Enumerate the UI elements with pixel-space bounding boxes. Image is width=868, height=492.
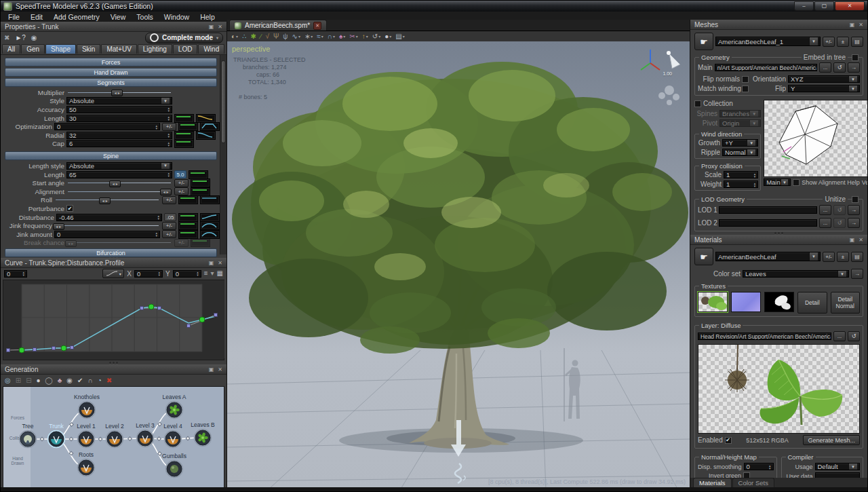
jink-amount-spinner[interactable]: 0▴▾ bbox=[54, 231, 160, 238]
float-panel-icon[interactable]: ▣ bbox=[850, 237, 855, 243]
roll-variance-button[interactable] bbox=[178, 195, 198, 204]
jink-amount-pm-button[interactable]: +/- bbox=[162, 230, 176, 238]
mesh-preview[interactable] bbox=[764, 100, 868, 177]
proxy-weight-spinner[interactable]: 1▴▾ bbox=[724, 181, 758, 188]
mesh-copy-button[interactable]: ▤ bbox=[851, 37, 863, 47]
close-panel-icon[interactable]: ✕ bbox=[859, 22, 863, 28]
growth-dropdown[interactable]: +Y▼ bbox=[722, 139, 758, 147]
menu-tools[interactable]: Tools bbox=[132, 13, 158, 21]
menu-window[interactable]: Window bbox=[159, 13, 194, 21]
trunk-tool-icon[interactable]: ψ bbox=[283, 33, 288, 40]
unitize-checkbox[interactable] bbox=[852, 196, 859, 203]
curve-handle[interactable] bbox=[71, 346, 74, 349]
section-segments[interactable]: Segments bbox=[5, 78, 217, 87]
float-panel-icon[interactable]: ▣ bbox=[209, 366, 214, 373]
spine-length-spinner[interactable]: 65▴▾ bbox=[66, 171, 172, 178]
lod1-reload-button[interactable]: ↺ bbox=[833, 205, 846, 215]
lod2-locate-button[interactable]: → bbox=[848, 218, 860, 228]
generate-mesh-button[interactable]: Generate Mesh... bbox=[803, 435, 860, 445]
curve-panel-header[interactable]: Curve - Trunk.Spine:Disturbance.Profile … bbox=[1, 258, 226, 268]
properties-scrollbar[interactable] bbox=[220, 55, 226, 254]
material-add-button[interactable]: ± bbox=[837, 252, 849, 262]
show-nodes-icon[interactable]: ∴ bbox=[242, 33, 246, 40]
footer-tab-color-sets[interactable]: Color Sets bbox=[732, 478, 774, 487]
jink-amount-profile-button[interactable] bbox=[200, 230, 220, 239]
alignment-pm-button[interactable]: +/- bbox=[174, 187, 189, 195]
break-chance-slider[interactable]: ◄► bbox=[66, 239, 172, 246]
disturbance-spinner[interactable]: -0.46▴▾ bbox=[56, 214, 162, 221]
focus-icon[interactable]: ◎ bbox=[5, 377, 11, 384]
diffuse-browse-button[interactable]: ... bbox=[833, 331, 846, 341]
remove-generator-icon[interactable]: ⊟ bbox=[26, 377, 31, 384]
jink-frequency-profile-button[interactable] bbox=[200, 221, 220, 230]
show-alignment-checkbox[interactable] bbox=[793, 179, 800, 186]
optimization-spinner[interactable]: 0▴▾ bbox=[54, 123, 160, 130]
detail-texture-button[interactable]: Detail bbox=[797, 292, 827, 314]
gravity-tool-icon[interactable]: ↑▾ bbox=[362, 33, 368, 40]
radial-variance-button[interactable] bbox=[174, 131, 194, 140]
curve-type-button[interactable]: ▾ bbox=[102, 269, 124, 278]
proxy-scale-spinner[interactable]: 1▴▾ bbox=[724, 171, 758, 178]
enabled-checkbox[interactable]: ✔ bbox=[725, 437, 732, 444]
normal-texture-thumb[interactable] bbox=[731, 292, 761, 312]
spine-tool-icon[interactable]: ∿▾ bbox=[292, 33, 300, 40]
start-angle-pm-button[interactable]: +/- bbox=[174, 179, 189, 187]
gen-node-leavesA[interactable]: Leaves A bbox=[163, 394, 186, 419]
embed-in-tree-checkbox[interactable] bbox=[852, 54, 859, 61]
tab-lighting[interactable]: Lighting bbox=[138, 44, 172, 54]
main-browse-button[interactable]: ... bbox=[819, 62, 831, 73]
mesh-selector-dropdown[interactable]: AmericanBeechLeaf_1▼ bbox=[715, 37, 821, 46]
gen-node-level3[interactable]: Level 3 bbox=[136, 422, 155, 447]
curve-anchor-point[interactable] bbox=[199, 317, 205, 322]
opacity-texture-thumb[interactable] bbox=[764, 292, 794, 312]
check-icon[interactable]: ✔ bbox=[77, 377, 83, 384]
lod1-browse-button[interactable]: ... bbox=[819, 205, 831, 215]
gen-node-leavesB[interactable]: Leaves B bbox=[191, 421, 215, 447]
lod1-locate-button[interactable]: → bbox=[848, 205, 860, 215]
visibility-icon[interactable]: ◉ bbox=[31, 35, 37, 41]
pivot-dropdown[interactable]: Origin▼ bbox=[719, 119, 761, 127]
query-cursor-icon[interactable]: ►? bbox=[15, 35, 25, 41]
curve-handle[interactable] bbox=[187, 324, 191, 328]
spine-length-variance-button[interactable] bbox=[189, 170, 208, 179]
node-add-icon[interactable]: ∗▾ bbox=[304, 33, 313, 40]
title-bar[interactable]: SpeedTree Modeler v6.2.3 (Games Edition)… bbox=[1, 1, 867, 12]
mesh-add-button[interactable]: ± bbox=[837, 37, 849, 47]
multiplier-slider[interactable]: ◄► bbox=[66, 89, 172, 96]
curve-handle[interactable] bbox=[33, 348, 37, 352]
alignment-variance-button[interactable] bbox=[191, 187, 210, 196]
tab-gen[interactable]: Gen bbox=[21, 44, 45, 54]
delete-icon[interactable]: ✖ bbox=[4, 35, 9, 41]
curve-filter-icon[interactable]: ≡ bbox=[204, 270, 208, 277]
preview-slot-dropdown[interactable]: Main▼ bbox=[764, 178, 791, 186]
mesh-hand-button[interactable]: ☛ bbox=[694, 33, 713, 50]
sphere-tool-icon[interactable]: ●▾ bbox=[384, 33, 391, 40]
gen-node-level4[interactable]: Level 4 bbox=[163, 423, 182, 448]
generation-graph[interactable]: Forces Collision Hand Drawn TreeTrunkKno… bbox=[3, 386, 224, 491]
optimization-pm-button[interactable]: +/- bbox=[162, 123, 176, 131]
branch-tool-icon[interactable]: √ bbox=[266, 33, 270, 40]
add-generator-icon[interactable]: ⊞ bbox=[16, 377, 21, 384]
main-locate-button[interactable]: → bbox=[848, 62, 860, 73]
menu-add-geometry[interactable]: Add Geometry bbox=[49, 13, 104, 21]
section-bifurcation[interactable]: Bifurcation bbox=[5, 248, 217, 257]
menu-file[interactable]: File bbox=[3, 13, 24, 21]
diffuse-reload-button[interactable]: ↺ bbox=[848, 331, 860, 341]
jink-frequency-pm-button[interactable]: +/- bbox=[162, 222, 176, 230]
hook-tool-icon[interactable]: ∩▾ bbox=[328, 33, 335, 40]
wind-tool-icon[interactable]: ≈▾ bbox=[317, 33, 323, 40]
jink-amount-variance-button[interactable] bbox=[178, 230, 198, 239]
cap-variance-button[interactable] bbox=[174, 139, 194, 148]
maximize-button[interactable]: ▢ bbox=[814, 1, 834, 11]
lod1-field[interactable] bbox=[719, 206, 817, 214]
break-chance-pm-button[interactable]: +/- bbox=[174, 239, 189, 247]
disp-smoothing-spinner[interactable]: 0▴▾ bbox=[744, 463, 774, 470]
lod2-field[interactable] bbox=[719, 219, 817, 227]
close-panel-icon[interactable]: ✕ bbox=[859, 237, 863, 243]
close-button[interactable]: ✕ bbox=[835, 1, 865, 11]
lod2-reload-button[interactable]: ↺ bbox=[833, 218, 846, 228]
float-panel-icon[interactable]: ▣ bbox=[209, 24, 214, 30]
curve-handle[interactable] bbox=[52, 347, 56, 350]
menu-edit[interactable]: Edit bbox=[26, 13, 47, 21]
roll-pm-button[interactable]: +/- bbox=[162, 196, 176, 204]
